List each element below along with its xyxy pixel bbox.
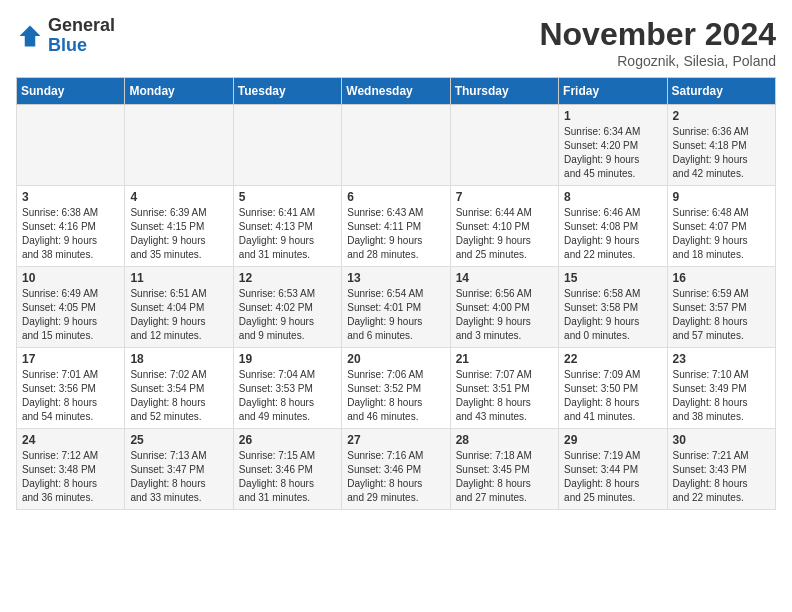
calendar-table: SundayMondayTuesdayWednesdayThursdayFrid… bbox=[16, 77, 776, 510]
calendar-cell: 13Sunrise: 6:54 AM Sunset: 4:01 PM Dayli… bbox=[342, 267, 450, 348]
calendar-cell: 22Sunrise: 7:09 AM Sunset: 3:50 PM Dayli… bbox=[559, 348, 667, 429]
calendar-cell: 14Sunrise: 6:56 AM Sunset: 4:00 PM Dayli… bbox=[450, 267, 558, 348]
day-number: 12 bbox=[239, 271, 336, 285]
calendar-cell: 19Sunrise: 7:04 AM Sunset: 3:53 PM Dayli… bbox=[233, 348, 341, 429]
logo-text: General Blue bbox=[48, 16, 115, 56]
day-number: 17 bbox=[22, 352, 119, 366]
day-info: Sunrise: 6:44 AM Sunset: 4:10 PM Dayligh… bbox=[456, 206, 553, 262]
calendar-cell: 2Sunrise: 6:36 AM Sunset: 4:18 PM Daylig… bbox=[667, 105, 775, 186]
week-row-1: 1Sunrise: 6:34 AM Sunset: 4:20 PM Daylig… bbox=[17, 105, 776, 186]
day-info: Sunrise: 6:41 AM Sunset: 4:13 PM Dayligh… bbox=[239, 206, 336, 262]
calendar-cell: 15Sunrise: 6:58 AM Sunset: 3:58 PM Dayli… bbox=[559, 267, 667, 348]
week-row-4: 17Sunrise: 7:01 AM Sunset: 3:56 PM Dayli… bbox=[17, 348, 776, 429]
calendar-cell: 3Sunrise: 6:38 AM Sunset: 4:16 PM Daylig… bbox=[17, 186, 125, 267]
day-number: 20 bbox=[347, 352, 444, 366]
svg-marker-0 bbox=[20, 25, 41, 46]
calendar-cell: 25Sunrise: 7:13 AM Sunset: 3:47 PM Dayli… bbox=[125, 429, 233, 510]
calendar-cell: 6Sunrise: 6:43 AM Sunset: 4:11 PM Daylig… bbox=[342, 186, 450, 267]
week-row-5: 24Sunrise: 7:12 AM Sunset: 3:48 PM Dayli… bbox=[17, 429, 776, 510]
calendar-cell: 21Sunrise: 7:07 AM Sunset: 3:51 PM Dayli… bbox=[450, 348, 558, 429]
day-info: Sunrise: 6:59 AM Sunset: 3:57 PM Dayligh… bbox=[673, 287, 770, 343]
day-number: 14 bbox=[456, 271, 553, 285]
day-number: 3 bbox=[22, 190, 119, 204]
day-info: Sunrise: 7:07 AM Sunset: 3:51 PM Dayligh… bbox=[456, 368, 553, 424]
calendar-cell: 16Sunrise: 6:59 AM Sunset: 3:57 PM Dayli… bbox=[667, 267, 775, 348]
day-number: 29 bbox=[564, 433, 661, 447]
day-number: 26 bbox=[239, 433, 336, 447]
weekday-header-tuesday: Tuesday bbox=[233, 78, 341, 105]
weekday-header-saturday: Saturday bbox=[667, 78, 775, 105]
day-info: Sunrise: 7:15 AM Sunset: 3:46 PM Dayligh… bbox=[239, 449, 336, 505]
day-number: 7 bbox=[456, 190, 553, 204]
calendar-cell: 26Sunrise: 7:15 AM Sunset: 3:46 PM Dayli… bbox=[233, 429, 341, 510]
day-number: 30 bbox=[673, 433, 770, 447]
calendar-cell: 4Sunrise: 6:39 AM Sunset: 4:15 PM Daylig… bbox=[125, 186, 233, 267]
day-number: 4 bbox=[130, 190, 227, 204]
day-info: Sunrise: 7:18 AM Sunset: 3:45 PM Dayligh… bbox=[456, 449, 553, 505]
day-info: Sunrise: 6:58 AM Sunset: 3:58 PM Dayligh… bbox=[564, 287, 661, 343]
day-number: 5 bbox=[239, 190, 336, 204]
page-header: General Blue November 2024 Rogoznik, Sil… bbox=[16, 16, 776, 69]
calendar-cell: 24Sunrise: 7:12 AM Sunset: 3:48 PM Dayli… bbox=[17, 429, 125, 510]
weekday-header-friday: Friday bbox=[559, 78, 667, 105]
day-info: Sunrise: 6:51 AM Sunset: 4:04 PM Dayligh… bbox=[130, 287, 227, 343]
day-number: 1 bbox=[564, 109, 661, 123]
day-number: 25 bbox=[130, 433, 227, 447]
calendar-cell: 17Sunrise: 7:01 AM Sunset: 3:56 PM Dayli… bbox=[17, 348, 125, 429]
calendar-cell: 1Sunrise: 6:34 AM Sunset: 4:20 PM Daylig… bbox=[559, 105, 667, 186]
calendar-cell: 27Sunrise: 7:16 AM Sunset: 3:46 PM Dayli… bbox=[342, 429, 450, 510]
day-info: Sunrise: 7:10 AM Sunset: 3:49 PM Dayligh… bbox=[673, 368, 770, 424]
day-info: Sunrise: 7:19 AM Sunset: 3:44 PM Dayligh… bbox=[564, 449, 661, 505]
day-info: Sunrise: 6:39 AM Sunset: 4:15 PM Dayligh… bbox=[130, 206, 227, 262]
day-number: 2 bbox=[673, 109, 770, 123]
calendar-cell: 9Sunrise: 6:48 AM Sunset: 4:07 PM Daylig… bbox=[667, 186, 775, 267]
day-info: Sunrise: 7:02 AM Sunset: 3:54 PM Dayligh… bbox=[130, 368, 227, 424]
day-info: Sunrise: 7:16 AM Sunset: 3:46 PM Dayligh… bbox=[347, 449, 444, 505]
day-info: Sunrise: 6:38 AM Sunset: 4:16 PM Dayligh… bbox=[22, 206, 119, 262]
calendar-cell bbox=[125, 105, 233, 186]
logo-blue: Blue bbox=[48, 35, 87, 55]
day-info: Sunrise: 7:21 AM Sunset: 3:43 PM Dayligh… bbox=[673, 449, 770, 505]
logo: General Blue bbox=[16, 16, 115, 56]
day-info: Sunrise: 6:34 AM Sunset: 4:20 PM Dayligh… bbox=[564, 125, 661, 181]
day-info: Sunrise: 6:46 AM Sunset: 4:08 PM Dayligh… bbox=[564, 206, 661, 262]
day-info: Sunrise: 7:12 AM Sunset: 3:48 PM Dayligh… bbox=[22, 449, 119, 505]
day-info: Sunrise: 7:09 AM Sunset: 3:50 PM Dayligh… bbox=[564, 368, 661, 424]
day-number: 23 bbox=[673, 352, 770, 366]
day-info: Sunrise: 7:06 AM Sunset: 3:52 PM Dayligh… bbox=[347, 368, 444, 424]
day-info: Sunrise: 7:01 AM Sunset: 3:56 PM Dayligh… bbox=[22, 368, 119, 424]
day-info: Sunrise: 6:43 AM Sunset: 4:11 PM Dayligh… bbox=[347, 206, 444, 262]
location-subtitle: Rogoznik, Silesia, Poland bbox=[539, 53, 776, 69]
logo-general: General bbox=[48, 15, 115, 35]
day-number: 28 bbox=[456, 433, 553, 447]
calendar-cell: 12Sunrise: 6:53 AM Sunset: 4:02 PM Dayli… bbox=[233, 267, 341, 348]
calendar-cell: 11Sunrise: 6:51 AM Sunset: 4:04 PM Dayli… bbox=[125, 267, 233, 348]
calendar-cell: 8Sunrise: 6:46 AM Sunset: 4:08 PM Daylig… bbox=[559, 186, 667, 267]
month-year-title: November 2024 bbox=[539, 16, 776, 53]
day-number: 24 bbox=[22, 433, 119, 447]
week-row-2: 3Sunrise: 6:38 AM Sunset: 4:16 PM Daylig… bbox=[17, 186, 776, 267]
day-info: Sunrise: 7:13 AM Sunset: 3:47 PM Dayligh… bbox=[130, 449, 227, 505]
day-info: Sunrise: 6:53 AM Sunset: 4:02 PM Dayligh… bbox=[239, 287, 336, 343]
day-number: 22 bbox=[564, 352, 661, 366]
day-number: 9 bbox=[673, 190, 770, 204]
weekday-header-monday: Monday bbox=[125, 78, 233, 105]
day-number: 11 bbox=[130, 271, 227, 285]
day-number: 21 bbox=[456, 352, 553, 366]
day-info: Sunrise: 6:49 AM Sunset: 4:05 PM Dayligh… bbox=[22, 287, 119, 343]
day-number: 19 bbox=[239, 352, 336, 366]
calendar-cell: 29Sunrise: 7:19 AM Sunset: 3:44 PM Dayli… bbox=[559, 429, 667, 510]
calendar-cell bbox=[233, 105, 341, 186]
day-info: Sunrise: 6:54 AM Sunset: 4:01 PM Dayligh… bbox=[347, 287, 444, 343]
calendar-cell: 10Sunrise: 6:49 AM Sunset: 4:05 PM Dayli… bbox=[17, 267, 125, 348]
calendar-cell bbox=[450, 105, 558, 186]
day-number: 6 bbox=[347, 190, 444, 204]
day-number: 13 bbox=[347, 271, 444, 285]
day-info: Sunrise: 6:36 AM Sunset: 4:18 PM Dayligh… bbox=[673, 125, 770, 181]
weekday-header-row: SundayMondayTuesdayWednesdayThursdayFrid… bbox=[17, 78, 776, 105]
weekday-header-sunday: Sunday bbox=[17, 78, 125, 105]
day-number: 8 bbox=[564, 190, 661, 204]
calendar-cell: 28Sunrise: 7:18 AM Sunset: 3:45 PM Dayli… bbox=[450, 429, 558, 510]
week-row-3: 10Sunrise: 6:49 AM Sunset: 4:05 PM Dayli… bbox=[17, 267, 776, 348]
day-number: 27 bbox=[347, 433, 444, 447]
